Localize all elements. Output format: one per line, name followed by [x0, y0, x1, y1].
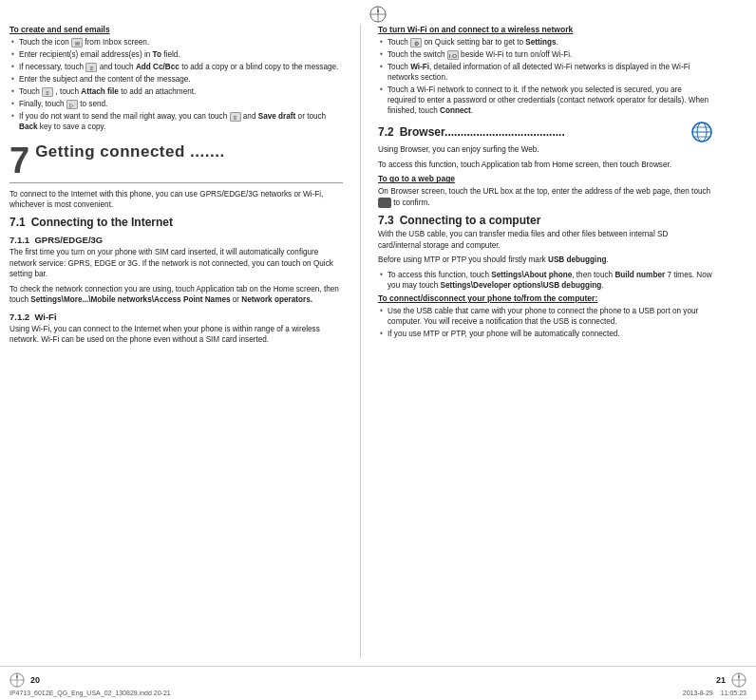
section-7-2-para1: To access this function, touch Applicati… — [378, 160, 712, 170]
wifi-settings-icon: ⚙ — [410, 38, 422, 47]
chapter-number: 7 — [9, 142, 29, 179]
wifi-bullet-1: Touch ⚙ on Quick setting bar to get to S… — [378, 37, 712, 47]
compass-top-area — [0, 0, 756, 25]
section-7-1-title: Connecting to the Internet — [31, 216, 343, 229]
section-7-3-para1: Before using MTP or PTP you should first… — [378, 255, 712, 265]
usb-bullet-2: Use the USB cable that came with your ph… — [378, 306, 712, 327]
section-7-1-2-num: 7.1.2 — [9, 312, 29, 322]
footer-date: 2013-8-29 — [683, 690, 713, 696]
usb-bullet-1: To access this function, touch Settings\… — [378, 270, 712, 291]
menu-icon-2: ≡ — [230, 112, 241, 122]
wifi-bullet-list: Touch ⚙ on Quick setting bar to get to S… — [378, 37, 712, 116]
email-heading: To create and send emails — [9, 25, 110, 34]
compass-top-icon — [369, 6, 387, 23]
section-7-2-header: 7.2 Browser.............................… — [378, 122, 712, 142]
menu-icon: ≡ — [85, 63, 97, 72]
section-7-3-header: 7.3 Connecting to a computer — [378, 214, 712, 227]
page-container: To create and send emails Touch the icon… — [0, 0, 756, 700]
email-bullet-list: Touch the icon ✉ from Inbox screen. Ente… — [9, 37, 343, 133]
right-column: To turn Wi-Fi on and connect to a wirele… — [361, 25, 712, 658]
compass-bottom-right-icon — [731, 672, 747, 688]
wifi-bullet-3: Touch Wi-Fi, detailed information of all… — [378, 62, 712, 83]
wifi-heading: To turn Wi-Fi on and connect to a wirele… — [378, 25, 573, 34]
section-7-1-2-title: Wi-Fi — [34, 312, 56, 322]
inbox-icon: ✉ — [71, 38, 83, 47]
footer-time: 11:05:23 — [721, 690, 747, 696]
footer-left: 20 IP4713_6012E_QG_Eng_USA_02_130829.ind… — [9, 672, 171, 696]
browser-icon — [691, 122, 712, 142]
email-bullet-5: Touch ≡ , touch Attach file to add an at… — [9, 86, 343, 97]
section-7-1-1-para1: The first time you turn on your phone wi… — [9, 247, 343, 279]
content-area: To create and send emails Touch the icon… — [0, 25, 756, 658]
section-7-1-1: 7.1.1 GPRS/EDGE/3G The first time you tu… — [9, 235, 343, 305]
wifi-bullet-4: Touch a Wi-Fi network to connect to it. … — [378, 85, 712, 116]
switch-icon: I·O — [447, 50, 459, 60]
section-7-2-intro: Using Browser, you can enjoy surfing the… — [378, 144, 712, 155]
chapter-title: Getting connected ....... — [35, 142, 225, 161]
right-page-num: 21 — [716, 675, 726, 685]
section-7-1-2-header: 7.1.2 Wi-Fi — [9, 312, 343, 322]
left-column: To create and send emails Touch the icon… — [9, 25, 361, 658]
email-bullet-4: Enter the subject and the content of the… — [9, 74, 343, 85]
chapter-header: 7 Getting connected ....... — [9, 142, 343, 183]
footer-file-info: IP4713_6012E_QG_Eng_USA_02_130829.indd 2… — [9, 690, 171, 696]
email-bullet-2: Enter recipient(s) email address(es) in … — [9, 49, 343, 60]
wifi-bullet-2: Touch the switch I·O beside Wi-Fi to tur… — [378, 49, 712, 60]
compass-bottom-left-icon — [9, 672, 25, 688]
section-7-1-2: 7.1.2 Wi-Fi Using Wi-Fi, you can connect… — [9, 312, 343, 346]
section-7-3-intro: With the USB cable, you can transfer med… — [378, 229, 712, 251]
section-7-1-1-header: 7.1.1 GPRS/EDGE/3G — [9, 235, 343, 245]
email-bullet-7: If you do not want to send the mail righ… — [9, 111, 343, 132]
section-7-3-num: 7.3 — [378, 214, 394, 227]
chapter-intro: To connect to the Internet with this pho… — [9, 189, 343, 211]
footer-right: 21 2013-8-29 11:05:23 — [683, 672, 747, 696]
section-7-1-2-para1: Using Wi-Fi, you can connect to the Inte… — [9, 324, 343, 346]
go-to-web-para: On Browser screen, touch the URL box at … — [378, 186, 712, 208]
go-to-web-section: To go to a web page On Browser screen, t… — [378, 174, 712, 208]
wifi-section: To turn Wi-Fi on and connect to a wirele… — [378, 25, 712, 116]
section-7-1-1-title: GPRS/EDGE/3G — [34, 235, 103, 245]
section-7-1-header: 7.1 Connecting to the Internet — [9, 216, 343, 229]
section-7-2-num: 7.2 — [378, 125, 394, 139]
section-7-2-title: Browser.................................… — [400, 125, 686, 139]
email-bullet-6: Finally, touch ▷ to send. — [9, 99, 343, 109]
go-to-web-heading: To go to a web page — [378, 174, 455, 183]
footer: 20 IP4713_6012E_QG_Eng_USA_02_130829.ind… — [0, 666, 756, 700]
section-7-1-num: 7.1 — [9, 216, 26, 229]
left-page-num: 20 — [30, 675, 40, 685]
section-7-3-title: Connecting to a computer — [400, 214, 712, 227]
usb-connect-heading: To connect/disconnect your phone to/from… — [378, 293, 597, 303]
section-7-1-1-para2: To check the network connection you are … — [9, 284, 343, 306]
send-icon: ▷ — [66, 100, 78, 109]
attach-icon: ≡ — [42, 87, 53, 97]
section-7-1-1-num: 7.1.1 — [9, 235, 29, 245]
email-bullet-3: If necessary, touch ≡ and touch Add Cc/B… — [9, 62, 343, 72]
usb-bullet-list: To access this function, touch Settings\… — [378, 270, 712, 291]
email-bullet-1: Touch the icon ✉ from Inbox screen. — [9, 37, 343, 47]
confirm-icon — [378, 198, 391, 208]
usb-connect-list: Use the USB cable that came with your ph… — [378, 306, 712, 339]
email-section: To create and send emails Touch the icon… — [9, 25, 343, 133]
usb-bullet-3: If you use MTP or PTP, your phone will b… — [378, 329, 712, 339]
